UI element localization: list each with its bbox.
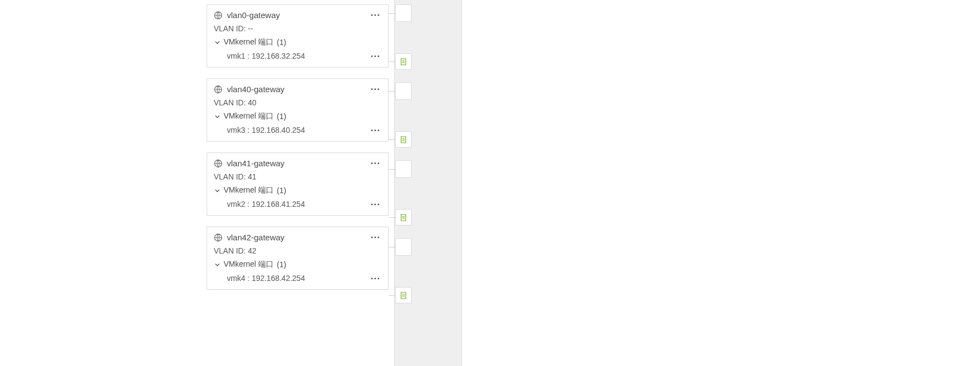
portgroup-card[interactable]: vlan42-gateway VLAN ID: 42 VMkernel 端口 (… — [207, 227, 389, 290]
vmkernel-port-row[interactable]: vmk3 : 192.168.40.254 — [214, 126, 381, 134]
nic-icon — [400, 213, 408, 222]
vmkernel-ports-label: VMkernel 端口 — [224, 260, 274, 269]
chevron-down-icon — [214, 39, 220, 46]
vlan-id-value: -- — [248, 24, 253, 33]
vmkernel-ports-count: (1) — [277, 186, 286, 195]
network-icon — [214, 159, 223, 168]
card-actions-button[interactable] — [368, 11, 381, 20]
vmkernel-port-text: vmk2 : 192.168.41.254 — [227, 200, 368, 209]
vmkernel-port-text: vmk3 : 192.168.40.254 — [227, 126, 368, 134]
connector-line — [389, 13, 395, 14]
vlan-id-label: VLAN ID: — [214, 24, 246, 33]
vlan-id-label: VLAN ID: — [214, 246, 246, 255]
portgroup-card[interactable]: vlan40-gateway VLAN ID: 40 VMkernel 端口 (… — [207, 78, 389, 142]
portgroup-card[interactable]: vlan41-gateway VLAN ID: 41 VMkernel 端口 (… — [207, 153, 389, 216]
card-actions-button[interactable] — [368, 233, 381, 242]
port-actions-button[interactable] — [368, 126, 381, 134]
card-actions-button[interactable] — [368, 85, 381, 94]
vmkernel-ports-count: (1) — [277, 38, 286, 47]
port-actions-button[interactable] — [368, 274, 381, 283]
connector-line — [389, 139, 395, 140]
connector-line — [389, 217, 395, 218]
network-icon — [214, 85, 223, 94]
port-actions-button[interactable] — [368, 200, 381, 209]
network-icon — [214, 11, 223, 20]
vmkernel-ports-label: VMkernel 端口 — [224, 37, 274, 47]
vmkernel-ports-toggle[interactable]: VMkernel 端口 (1) — [214, 37, 381, 47]
connector-line — [389, 295, 395, 296]
vlan-id-line: VLAN ID: -- — [214, 24, 381, 33]
portgroup-title: vlan42-gateway — [227, 233, 364, 242]
portgroup-title: vlan41-gateway — [227, 159, 364, 168]
nic-icon — [400, 136, 408, 144]
connector-line — [389, 247, 395, 247]
nic-icon — [400, 58, 408, 66]
nic-connector-box — [395, 209, 412, 226]
vmkernel-ports-count: (1) — [277, 112, 286, 121]
portgroup-card-header: vlan0-gateway — [214, 10, 381, 20]
nic-connector-box — [395, 82, 412, 100]
vmkernel-port-text: vmk1 : 192.168.32.254 — [227, 52, 368, 60]
card-actions-button[interactable] — [368, 159, 381, 168]
vlan-id-line: VLAN ID: 41 — [214, 172, 381, 181]
chevron-down-icon — [214, 261, 220, 268]
portgroup-title: vlan0-gateway — [227, 10, 364, 20]
portgroup-card[interactable]: vlan0-gateway VLAN ID: -- VMkernel 端口 (1… — [207, 4, 389, 67]
vlan-id-line: VLAN ID: 42 — [214, 246, 381, 255]
nic-connector-box — [395, 238, 412, 256]
vmkernel-ports-label: VMkernel 端口 — [224, 111, 274, 121]
portgroup-title: vlan40-gateway — [227, 85, 364, 94]
nic-icon — [400, 291, 408, 300]
vlan-id-label: VLAN ID: — [214, 172, 246, 181]
vlan-id-value: 41 — [248, 172, 257, 181]
nic-connector-box — [395, 131, 412, 148]
connector-line — [389, 169, 395, 170]
vmkernel-ports-toggle[interactable]: VMkernel 端口 (1) — [214, 111, 381, 121]
vmkernel-port-row[interactable]: vmk4 : 192.168.42.254 — [214, 274, 381, 283]
connector-line — [389, 61, 395, 62]
vmkernel-ports-toggle[interactable]: VMkernel 端口 (1) — [214, 260, 381, 269]
chevron-down-icon — [214, 187, 220, 194]
vmkernel-port-text: vmk4 : 192.168.42.254 — [227, 274, 368, 283]
network-icon — [214, 233, 223, 242]
vlan-id-value: 40 — [248, 98, 257, 107]
portgroup-card-header: vlan40-gateway — [214, 85, 381, 94]
vlan-id-line: VLAN ID: 40 — [214, 98, 381, 107]
chevron-down-icon — [214, 113, 220, 120]
vmkernel-port-row[interactable]: vmk1 : 192.168.32.254 — [214, 52, 381, 60]
nic-connector-box — [395, 53, 412, 70]
nic-connector-box — [395, 4, 412, 22]
port-actions-button[interactable] — [368, 52, 381, 60]
vmkernel-port-row[interactable]: vmk2 : 192.168.41.254 — [214, 200, 381, 209]
vmkernel-ports-label: VMkernel 端口 — [224, 185, 274, 195]
vmkernel-ports-toggle[interactable]: VMkernel 端口 (1) — [214, 185, 381, 195]
connector-line — [389, 91, 395, 92]
portgroup-cards-column: vlan0-gateway VLAN ID: -- VMkernel 端口 (1… — [207, 4, 389, 290]
portgroup-card-header: vlan41-gateway — [214, 159, 381, 168]
vlan-id-value: 42 — [248, 246, 257, 255]
portgroup-card-header: vlan42-gateway — [214, 233, 381, 242]
vlan-id-label: VLAN ID: — [214, 98, 246, 107]
vmkernel-ports-count: (1) — [277, 260, 286, 269]
nic-connector-box — [395, 160, 412, 178]
nic-connector-box — [395, 287, 412, 303]
